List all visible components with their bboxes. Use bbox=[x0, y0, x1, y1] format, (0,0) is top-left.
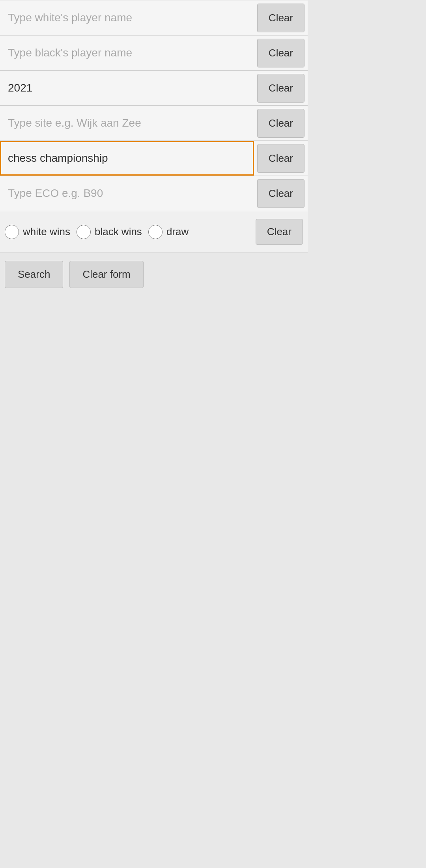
clear-form-button[interactable]: Clear form bbox=[69, 261, 143, 288]
action-row: Search Clear form bbox=[0, 253, 308, 296]
result-clear-button[interactable]: Clear bbox=[256, 219, 303, 245]
eco-clear-button[interactable]: Clear bbox=[257, 179, 305, 208]
black-wins-group: black wins bbox=[77, 225, 142, 239]
event-input[interactable] bbox=[0, 141, 254, 176]
draw-label[interactable]: draw bbox=[166, 226, 189, 238]
white-wins-label[interactable]: white wins bbox=[23, 226, 70, 238]
white-wins-group: white wins bbox=[5, 225, 70, 239]
site-row: Clear bbox=[0, 106, 308, 141]
year-clear-button[interactable]: Clear bbox=[257, 74, 305, 103]
black-player-input[interactable] bbox=[0, 36, 254, 70]
year-input[interactable] bbox=[0, 71, 254, 105]
draw-radio[interactable] bbox=[148, 225, 163, 239]
site-input[interactable] bbox=[0, 106, 254, 140]
search-form: Clear Clear Clear Clear Clear Clear whit… bbox=[0, 0, 308, 296]
black-wins-label[interactable]: black wins bbox=[95, 226, 142, 238]
result-row: white wins black wins draw Clear bbox=[0, 211, 308, 253]
year-row: Clear bbox=[0, 71, 308, 106]
black-player-row: Clear bbox=[0, 36, 308, 71]
event-row: Clear bbox=[0, 141, 308, 176]
eco-input[interactable] bbox=[0, 176, 254, 211]
black-player-clear-button[interactable]: Clear bbox=[257, 39, 305, 67]
search-button[interactable]: Search bbox=[5, 261, 63, 288]
black-wins-radio[interactable] bbox=[77, 225, 91, 239]
site-clear-button[interactable]: Clear bbox=[257, 109, 305, 138]
white-player-clear-button[interactable]: Clear bbox=[257, 4, 305, 32]
draw-group: draw bbox=[148, 225, 189, 239]
event-clear-button[interactable]: Clear bbox=[257, 144, 305, 173]
white-wins-radio[interactable] bbox=[5, 225, 19, 239]
white-player-row: Clear bbox=[0, 0, 308, 36]
white-player-input[interactable] bbox=[0, 0, 254, 35]
eco-row: Clear bbox=[0, 176, 308, 211]
